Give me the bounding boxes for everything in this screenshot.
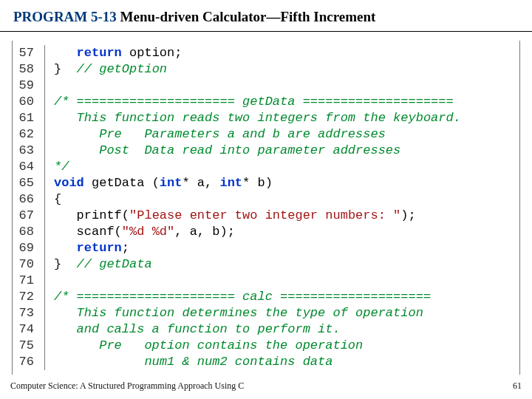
code-token: This function reads two integers from th… <box>54 111 461 125</box>
code-token <box>61 257 76 271</box>
code-line: 69 return; <box>13 240 519 256</box>
footer-book-title: Computer Science: A Structured Programmi… <box>10 381 244 392</box>
line-number: 71 <box>13 273 45 289</box>
code-line: 59 <box>13 78 519 94</box>
line-number: 70 <box>13 256 45 273</box>
code-line: 70} // getData <box>13 256 519 273</box>
code-line: 62 Pre Parameters a and b are addresses <box>13 126 519 143</box>
code-token: { <box>54 192 61 206</box>
code-token: // getOption <box>77 62 167 76</box>
slide-header: PROGRAM 5-13 Menu-driven Calculator—Fift… <box>0 0 532 32</box>
code-token: num1 & num2 contains data <box>54 355 332 369</box>
code-token: This function determines the type of ope… <box>54 306 423 320</box>
line-number: 58 <box>13 61 45 78</box>
code-token: * b) <box>242 176 273 190</box>
code-token: ); <box>400 208 415 222</box>
line-number: 59 <box>13 78 45 94</box>
line-number: 67 <box>13 208 45 224</box>
code-line: 63 Post Data read into parameter address… <box>13 143 519 159</box>
code-content: { <box>54 191 61 208</box>
slide-title: Menu-driven Calculator—Fifth Increment <box>117 9 376 24</box>
code-line: 58} // getOption <box>13 61 519 78</box>
code-line: 73 This function determines the type of … <box>13 305 519 321</box>
code-content: Pre option contains the operation <box>54 338 363 354</box>
code-token: scanf( <box>54 225 122 239</box>
line-number: 74 <box>13 321 45 338</box>
code-line: 57 return option; <box>13 45 519 61</box>
code-content: Post Data read into parameter addresses <box>54 143 400 159</box>
code-token: "%d %d" <box>122 225 174 239</box>
code-token: getData ( <box>84 176 160 190</box>
code-token: * a, <box>182 176 219 190</box>
code-line: 71 <box>13 273 519 289</box>
line-number: 72 <box>13 289 45 305</box>
code-content: This function determines the type of ope… <box>54 305 423 321</box>
line-number: 61 <box>13 110 45 126</box>
line-number: 63 <box>13 143 45 159</box>
code-content: /* ===================== getData =======… <box>54 94 454 110</box>
code-token: and calls a function to perform it. <box>54 322 341 336</box>
code-content: return option; <box>54 45 182 61</box>
line-number: 75 <box>13 338 45 354</box>
code-token: } <box>54 257 61 271</box>
code-line: 61 This function reads two integers from… <box>13 110 519 126</box>
slide-footer: Computer Science: A Structured Programmi… <box>10 381 522 392</box>
code-line: 76 num1 & num2 contains data <box>13 354 519 370</box>
code-token: // getData <box>77 257 152 271</box>
line-number: 69 <box>13 240 45 256</box>
code-token: Pre Parameters a and b are addresses <box>54 127 386 141</box>
code-line: 75 Pre option contains the operation <box>13 338 519 354</box>
code-token: "Please enter two integer numbers: " <box>129 208 400 222</box>
code-line: 66{ <box>13 191 519 208</box>
code-line: 72/* ===================== calc ========… <box>13 289 519 305</box>
line-number: 65 <box>13 175 45 191</box>
code-token: int <box>160 176 183 190</box>
code-content: } // getOption <box>54 61 167 78</box>
line-number: 73 <box>13 305 45 321</box>
code-content: } // getData <box>54 256 152 273</box>
code-content: return; <box>54 240 129 256</box>
code-token: Post Data read into parameter addresses <box>54 143 400 157</box>
code-token <box>54 241 77 255</box>
line-number: 64 <box>13 159 45 175</box>
code-content: void getData (int* a, int* b) <box>54 175 273 191</box>
code-token: */ <box>54 160 69 174</box>
code-token: return <box>77 46 122 60</box>
code-content: Pre Parameters a and b are addresses <box>54 126 386 143</box>
code-line: 68 scanf("%d %d", a, b); <box>13 224 519 240</box>
code-token: printf( <box>54 208 129 222</box>
line-number: 60 <box>13 94 45 110</box>
code-token <box>54 46 77 60</box>
code-content: */ <box>54 159 69 175</box>
program-label: PROGRAM 5-13 <box>13 9 117 24</box>
code-line: 60/* ===================== getData =====… <box>13 94 519 110</box>
code-line: 67 printf("Please enter two integer numb… <box>13 208 519 224</box>
code-token: /* ===================== getData =======… <box>54 95 454 109</box>
code-content: scanf("%d %d", a, b); <box>54 224 235 240</box>
line-number: 68 <box>13 224 45 240</box>
code-token: , a, b); <box>174 225 235 239</box>
code-content: /* ===================== calc ==========… <box>54 289 431 305</box>
line-number: 62 <box>13 126 45 143</box>
code-token: Pre option contains the operation <box>54 338 363 352</box>
code-content: This function reads two integers from th… <box>54 110 461 126</box>
code-token: /* ===================== calc ==========… <box>54 290 431 304</box>
code-token: int <box>219 176 242 190</box>
code-token: option; <box>122 46 183 60</box>
code-content: printf("Please enter two integer numbers… <box>54 208 416 224</box>
line-number: 66 <box>13 191 45 208</box>
line-number: 76 <box>13 354 45 370</box>
code-listing: 57 return option;58} // getOption5960/* … <box>12 41 520 375</box>
code-token: void <box>54 176 84 190</box>
footer-page-number: 61 <box>513 381 522 392</box>
code-token <box>61 62 76 76</box>
code-token: } <box>54 62 61 76</box>
code-line: 65void getData (int* a, int* b) <box>13 175 519 191</box>
code-line: 74 and calls a function to perform it. <box>13 321 519 338</box>
code-content: and calls a function to perform it. <box>54 321 341 338</box>
code-line: 64*/ <box>13 159 519 175</box>
code-content: num1 & num2 contains data <box>54 354 332 370</box>
code-token: return <box>77 241 122 255</box>
line-number: 57 <box>13 45 45 61</box>
code-token: ; <box>122 241 129 255</box>
